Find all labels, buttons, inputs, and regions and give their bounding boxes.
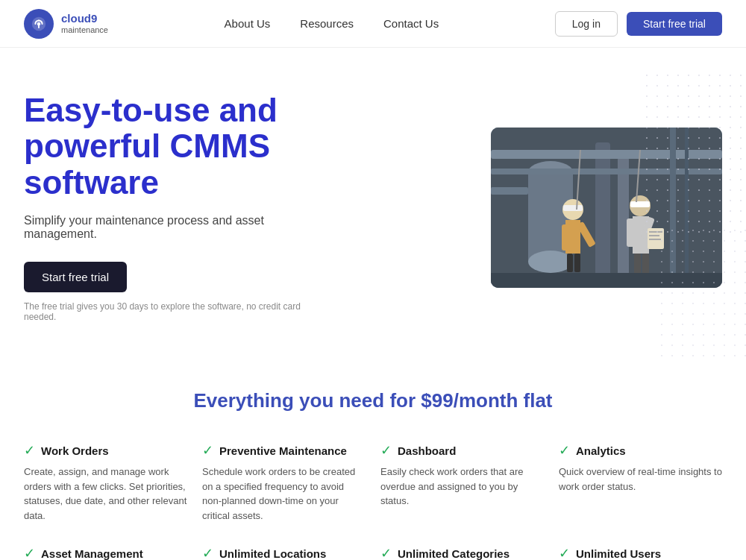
svg-rect-30 — [685, 128, 689, 288]
features-title: Everything you need for $99/month flat — [24, 389, 722, 412]
login-button[interactable]: Log in — [555, 11, 618, 37]
svg-rect-24 — [649, 231, 662, 233]
feature-item: ✓ Unlimited Locations Create and assign … — [202, 545, 366, 560]
feature-item: ✓ Unlimited Users All plans include unli… — [559, 545, 722, 560]
hero-content: Easy-to-use and powerful CMMS software S… — [0, 48, 746, 359]
feature-item: ✓ Preventive Maintenance Schedule work o… — [202, 442, 366, 523]
features-title-highlight: $99/month flat — [421, 389, 552, 412]
feature-name: Analytics — [576, 444, 626, 457]
check-icon: ✓ — [380, 545, 392, 560]
feature-header: ✓ Dashboard — [380, 442, 544, 459]
svg-rect-19 — [630, 201, 650, 207]
hero-trial-button[interactable]: Start free trial — [24, 262, 127, 292]
feature-name: Dashboard — [398, 444, 456, 457]
logo[interactable]: cloud9 maintenance — [24, 9, 108, 39]
svg-rect-34 — [491, 273, 722, 288]
svg-rect-16 — [567, 254, 573, 272]
logo-maintenance: maintenance — [61, 25, 108, 34]
feature-item: ✓ Work Orders Create, assign, and manage… — [24, 442, 187, 523]
svg-rect-25 — [649, 235, 659, 236]
feature-item: ✓ Analytics Quick overview of real-time … — [559, 442, 722, 523]
feature-item: ✓ Asset Management Setup and track an un… — [24, 545, 187, 560]
hero-disclaimer: The free trial gives you 30 days to expl… — [24, 301, 330, 322]
features-section: Everything you need for $99/month flat ✓… — [0, 359, 746, 560]
feature-header: ✓ Unlimited Categories — [380, 545, 544, 560]
logo-icon — [24, 9, 54, 39]
svg-rect-27 — [634, 254, 641, 274]
check-icon: ✓ — [202, 545, 213, 560]
feature-desc: Create, assign, and manage work orders w… — [24, 465, 187, 523]
feature-desc: Easily check work orders that are overdu… — [380, 465, 544, 509]
feature-header: ✓ Unlimited Users — [559, 545, 722, 560]
check-icon: ✓ — [559, 442, 570, 459]
feature-header: ✓ Unlimited Locations — [202, 545, 366, 560]
nav-trial-button[interactable]: Start free trial — [627, 12, 722, 36]
hero-subtitle: Simplify your maintenance process and as… — [24, 214, 330, 241]
nav-links: About Us Resources Contact Us — [225, 17, 439, 30]
feature-desc: Quick overview of real-time insights to … — [559, 465, 722, 494]
svg-rect-7 — [595, 142, 610, 277]
check-icon: ✓ — [24, 545, 35, 560]
check-icon: ✓ — [380, 442, 392, 459]
feature-name: Work Orders — [41, 444, 109, 457]
nav-resources[interactable]: Resources — [300, 17, 354, 30]
feature-name: Unlimited Users — [576, 547, 661, 560]
features-title-prefix: Everything you need for — [193, 389, 421, 412]
hero-image — [491, 128, 722, 288]
svg-rect-29 — [670, 128, 676, 288]
feature-name: Preventive Maintenance — [219, 444, 347, 457]
feature-desc: Schedule work orders to be created on a … — [202, 465, 366, 523]
svg-rect-8 — [618, 157, 629, 277]
check-icon: ✓ — [202, 442, 213, 459]
svg-rect-26 — [649, 239, 661, 240]
nav-about-us[interactable]: About Us — [225, 17, 271, 30]
feature-item: ✓ Unlimited Categories Create categories… — [380, 545, 544, 560]
feature-name: Unlimited Categories — [398, 547, 510, 560]
nav-actions: Log in Start free trial — [555, 11, 722, 37]
svg-rect-17 — [574, 254, 580, 272]
feature-name: Asset Management — [41, 547, 143, 560]
svg-rect-28 — [642, 254, 649, 274]
hero-section: Easy-to-use and powerful CMMS software S… — [0, 48, 746, 359]
feature-header: ✓ Work Orders — [24, 442, 187, 459]
feature-header: ✓ Analytics — [559, 442, 722, 459]
nav-contact-us[interactable]: Contact Us — [383, 17, 439, 30]
feature-item: ✓ Dashboard Easily check work orders tha… — [380, 442, 544, 523]
hero-title: Easy-to-use and powerful CMMS software — [24, 92, 330, 201]
svg-rect-12 — [563, 205, 583, 211]
svg-rect-14 — [562, 224, 571, 251]
feature-header: ✓ Preventive Maintenance — [202, 442, 366, 459]
svg-point-6 — [528, 251, 573, 273]
svg-rect-31 — [491, 187, 528, 195]
check-icon: ✓ — [24, 442, 35, 459]
navbar: cloud9 maintenance About Us Resources Co… — [0, 0, 746, 48]
svg-rect-21 — [627, 218, 636, 247]
check-icon: ✓ — [559, 545, 570, 560]
feature-header: ✓ Asset Management — [24, 545, 187, 560]
feature-name: Unlimited Locations — [219, 547, 326, 560]
features-grid: ✓ Work Orders Create, assign, and manage… — [24, 442, 722, 560]
hero-left: Easy-to-use and powerful CMMS software S… — [24, 92, 330, 322]
logo-cloud9: cloud9 — [61, 13, 108, 25]
